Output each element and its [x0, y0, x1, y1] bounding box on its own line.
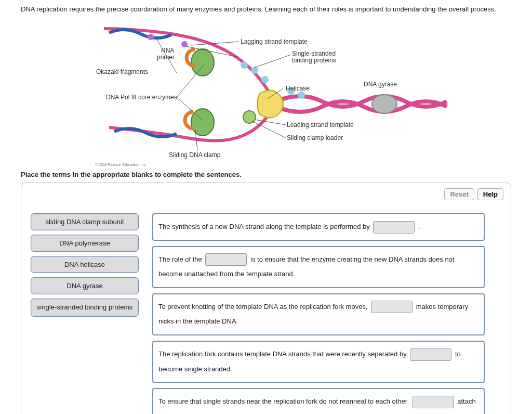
blank-4[interactable] — [410, 348, 451, 361]
sentence-3: To prevent knotting of the template DNA … — [152, 293, 485, 335]
label-pol3: DNA Pol III core enzymes — [106, 94, 177, 101]
sentence-1: The synthesis of a new DNA strand along … — [152, 213, 485, 241]
top-buttons: Reset Help — [444, 188, 503, 200]
sentence-5: To ensure that single strands near the r… — [152, 388, 485, 414]
svg-point-8 — [261, 76, 269, 83]
label-sliding-clamp: Sliding DNA clamp — [169, 151, 220, 159]
blank-1[interactable] — [373, 221, 415, 234]
copyright-text: © 2019 Pearson Education, Inc. — [95, 163, 147, 166]
exercise-panel: Reset Help sliding DNA clamp subunit DNA… — [21, 183, 511, 414]
label-ssbp-2: binding proteins — [292, 57, 336, 64]
svg-line-14 — [177, 65, 204, 97]
label-gyrase: DNA gyrase — [364, 81, 397, 88]
replication-diagram: Okazaki fragments RNA primer Lagging str… — [94, 18, 457, 166]
svg-line-19 — [252, 121, 286, 138]
label-leading: Leading strand template — [287, 121, 354, 128]
blank-3[interactable] — [371, 301, 413, 313]
sentence-4a: The replication fork contains template D… — [158, 350, 408, 358]
sentences-column: The synthesis of a new DNA strand along … — [152, 213, 485, 414]
svg-point-6 — [241, 61, 248, 69]
label-lagging: Lagging strand template — [241, 38, 308, 45]
content-row: sliding DNA clamp subunit DNA polymerase… — [31, 213, 501, 414]
svg-point-5 — [148, 34, 154, 40]
help-button[interactable]: Help — [477, 188, 503, 200]
sentence-4: The replication fork contains template D… — [152, 341, 485, 383]
svg-point-0 — [372, 95, 397, 113]
term-dna-gyrase[interactable]: DNA gyrase — [31, 277, 139, 294]
sentence-2a: The role of the — [158, 255, 204, 263]
reset-button[interactable]: Reset — [444, 188, 474, 200]
blank-2[interactable] — [205, 253, 247, 266]
term-ssbp[interactable]: single-stranded binding proteins — [31, 299, 139, 317]
label-rna-primer-1: RNA — [161, 47, 174, 54]
blank-5[interactable] — [413, 396, 454, 408]
term-dna-polymerase[interactable]: DNA polymerase — [31, 235, 139, 252]
sentence-1b: . — [418, 223, 420, 230]
svg-point-2 — [191, 49, 214, 76]
terms-column: sliding DNA clamp subunit DNA polymerase… — [31, 213, 139, 414]
svg-line-17 — [255, 55, 291, 68]
sentence-2: The role of the is to ensure that the en… — [152, 246, 485, 288]
term-sliding-clamp-subunit[interactable]: sliding DNA clamp subunit — [31, 213, 139, 230]
svg-point-3 — [191, 109, 214, 136]
label-loader: Sliding clamp loader — [287, 134, 343, 141]
sentence-1a: The synthesis of a new DNA strand along … — [158, 223, 371, 230]
sentence-3a: To prevent knotting of the template DNA … — [158, 303, 369, 310]
label-okazaki: Okazaki fragments — [96, 68, 148, 75]
instruction-text: Place the terms in the appropriate blank… — [21, 171, 527, 178]
sentence-5a: To ensure that single strands near the r… — [158, 397, 411, 405]
label-rna-primer-2: primer — [157, 54, 175, 61]
svg-point-7 — [251, 67, 258, 74]
intro-text: DNA replication requires the precise coo… — [21, 5, 527, 13]
svg-point-10 — [298, 92, 305, 99]
term-dna-helicase[interactable]: DNA helicase — [31, 256, 139, 273]
label-ssbp-1: Single-stranded — [292, 50, 336, 57]
label-helicase: Helicase — [286, 85, 310, 92]
svg-point-1 — [243, 111, 256, 123]
